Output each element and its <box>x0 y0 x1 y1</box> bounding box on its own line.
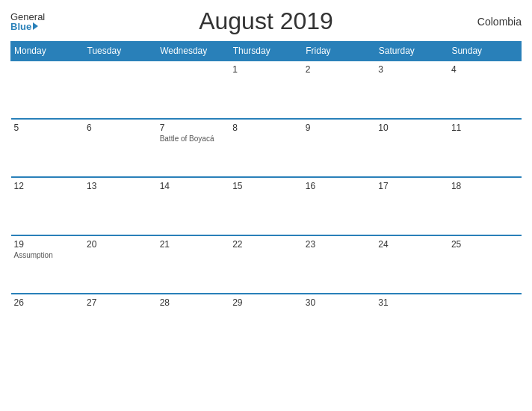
calendar-cell: 31 <box>375 294 448 352</box>
calendar-cell: 5 <box>11 119 84 177</box>
holiday-name: Battle of Boyacá <box>160 135 227 143</box>
calendar-thead: Monday Tuesday Wednesday Thursday Friday… <box>11 42 522 61</box>
day-number: 17 <box>378 181 445 191</box>
calendar-table: Monday Tuesday Wednesday Thursday Friday… <box>10 41 522 352</box>
logo-blue-row: Blue <box>10 22 38 31</box>
day-number: 23 <box>306 239 373 250</box>
calendar-week-row: 12131415161718 <box>11 177 522 235</box>
calendar-week-row: 19Assumption202122232425 <box>11 235 522 294</box>
calendar-cell <box>157 61 230 119</box>
calendar-cell: 9 <box>303 119 376 177</box>
day-number: 9 <box>306 123 373 133</box>
day-number: 19 <box>14 239 81 250</box>
day-number: 15 <box>232 181 300 191</box>
weekday-header-row: Monday Tuesday Wednesday Thursday Friday… <box>11 42 522 61</box>
day-number: 6 <box>87 123 154 133</box>
calendar-cell <box>448 294 522 352</box>
day-number: 24 <box>378 239 445 250</box>
day-number: 12 <box>14 181 81 191</box>
calendar-cell: 14 <box>157 177 230 235</box>
calendar-cell: 2 <box>303 61 376 119</box>
logo-blue-text: Blue <box>10 22 31 31</box>
calendar-cell: 7Battle of Boyacá <box>157 119 230 177</box>
calendar-cell: 3 <box>375 61 448 119</box>
day-number: 20 <box>87 239 154 250</box>
header-monday: Monday <box>11 42 84 61</box>
day-number: 21 <box>160 239 227 250</box>
day-number: 13 <box>87 181 154 191</box>
calendar-body: 1234567Battle of Boyacá89101112131415161… <box>11 61 522 352</box>
calendar-cell: 13 <box>84 177 157 235</box>
day-number: 3 <box>378 64 445 75</box>
header-saturday: Saturday <box>375 42 448 61</box>
day-number: 31 <box>378 297 445 308</box>
calendar-cell: 28 <box>157 294 230 352</box>
calendar-cell: 30 <box>303 294 376 352</box>
calendar-cell: 18 <box>448 177 522 235</box>
calendar-container: General Blue August 2019 Colombia Monday… <box>0 0 532 411</box>
calendar-cell: 11 <box>448 119 522 177</box>
day-number: 8 <box>232 123 300 133</box>
calendar-week-row: 567Battle of Boyacá891011 <box>11 119 522 177</box>
day-number: 28 <box>160 297 227 308</box>
header-thursday: Thursday <box>229 42 303 61</box>
day-number: 14 <box>160 181 227 191</box>
calendar-cell: 19Assumption <box>11 235 84 294</box>
calendar-cell: 4 <box>448 61 522 119</box>
day-number: 16 <box>306 181 373 191</box>
calendar-cell <box>11 61 84 119</box>
day-number: 10 <box>378 123 445 133</box>
calendar-cell: 1 <box>229 61 303 119</box>
day-number: 22 <box>232 239 300 250</box>
calendar-cell: 6 <box>84 119 157 177</box>
logo: General Blue <box>10 12 45 31</box>
day-number: 11 <box>451 123 519 133</box>
calendar-cell: 24 <box>375 235 448 294</box>
calendar-cell: 17 <box>375 177 448 235</box>
day-number: 4 <box>451 64 519 75</box>
day-number: 7 <box>160 123 227 133</box>
day-number: 1 <box>232 64 300 75</box>
calendar-cell: 25 <box>448 235 522 294</box>
logo-triangle-icon <box>33 22 38 30</box>
day-number: 5 <box>14 123 81 133</box>
calendar-cell: 20 <box>84 235 157 294</box>
day-number: 25 <box>451 239 519 250</box>
calendar-cell: 26 <box>11 294 84 352</box>
day-number: 27 <box>87 297 154 308</box>
calendar-cell: 23 <box>303 235 376 294</box>
day-number: 26 <box>14 297 81 308</box>
day-number: 18 <box>451 181 519 191</box>
country-label: Colombia <box>477 16 522 28</box>
day-number: 29 <box>232 297 300 308</box>
holiday-name: Assumption <box>14 251 81 259</box>
day-number: 2 <box>306 64 373 75</box>
calendar-cell: 10 <box>375 119 448 177</box>
header-tuesday: Tuesday <box>84 42 157 61</box>
calendar-cell: 21 <box>157 235 230 294</box>
calendar-cell: 15 <box>229 177 303 235</box>
calendar-cell: 27 <box>84 294 157 352</box>
calendar-cell: 22 <box>229 235 303 294</box>
calendar-cell: 29 <box>229 294 303 352</box>
header-wednesday: Wednesday <box>157 42 230 61</box>
day-number: 30 <box>306 297 373 308</box>
calendar-cell: 12 <box>11 177 84 235</box>
calendar-header: General Blue August 2019 Colombia <box>10 7 522 35</box>
header-friday: Friday <box>303 42 376 61</box>
calendar-cell: 8 <box>229 119 303 177</box>
calendar-cell <box>84 61 157 119</box>
calendar-cell: 16 <box>303 177 376 235</box>
calendar-week-row: 262728293031 <box>11 294 522 352</box>
calendar-week-row: 1234 <box>11 61 522 119</box>
header-sunday: Sunday <box>448 42 522 61</box>
calendar-title: August 2019 <box>199 7 333 35</box>
